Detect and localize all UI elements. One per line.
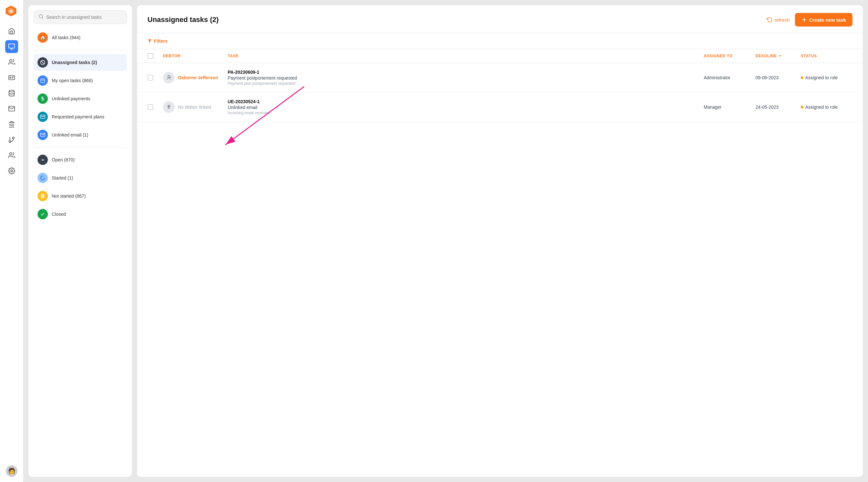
create-task-label: Create new task — [809, 17, 846, 23]
sidebar-divider-1 — [34, 50, 127, 50]
my-open-label: My open tasks (866) — [52, 78, 93, 83]
create-task-button[interactable]: Create new task — [795, 13, 852, 27]
task-table: DEBTOR TASK ASSIGNED TO DEADLINE STATUS — [137, 49, 863, 477]
unlinked-email-label: Unlinked email (1) — [52, 132, 88, 138]
col-assigned: ASSIGNED TO — [704, 53, 755, 59]
table-row: No debtor linked UE-20230524-1 Unlinked … — [137, 92, 863, 122]
nav-team[interactable] — [5, 149, 18, 162]
sidebar-item-my-open[interactable]: My open tasks (866) — [34, 72, 127, 89]
svg-point-18 — [9, 141, 11, 143]
requested-plans-label: Requested payment plans — [52, 114, 104, 119]
nav-git-branch[interactable] — [5, 133, 18, 146]
filters-row: Filters — [137, 33, 863, 49]
row2-status-dot — [801, 106, 803, 109]
col-task: TASK — [228, 53, 704, 59]
svg-marker-15 — [9, 121, 14, 123]
started-status-icon — [37, 173, 48, 183]
row1-assigned-cell: Administrator — [704, 75, 755, 80]
row1-task-id: PA-20230609-1 — [228, 69, 704, 75]
nav-home[interactable] — [5, 25, 18, 37]
search-input[interactable] — [46, 14, 122, 20]
unassigned-label: Unassigned tasks (2) — [52, 60, 97, 65]
sidebar-item-all-tasks[interactable]: 🏠 All tasks (944) — [34, 29, 127, 46]
app-logo[interactable] — [5, 5, 18, 18]
all-tasks-icon: 🏠 — [37, 32, 48, 43]
started-label: Started (1) — [52, 175, 73, 181]
row2-debtor-name: No debtor linked — [178, 104, 211, 110]
sidebar-item-unassigned[interactable]: Unassigned tasks (2) — [34, 54, 127, 71]
not-started-label: Not started (867) — [52, 193, 86, 199]
sidebar-item-unlinked-payments[interactable]: Unlinked payments — [34, 90, 127, 107]
row1-debtor-avatar — [163, 72, 175, 84]
left-navigation: 🧑 — [0, 0, 23, 482]
unlinked-payments-icon — [37, 93, 48, 104]
row2-checkbox[interactable] — [148, 104, 153, 110]
col-checkbox — [148, 53, 163, 59]
row1-checkbox[interactable] — [148, 75, 153, 81]
svg-marker-35 — [779, 55, 781, 57]
refresh-button[interactable]: refresh — [767, 17, 790, 23]
nav-settings[interactable] — [5, 164, 18, 177]
status-col-label: STATUS — [801, 54, 817, 58]
filters-button[interactable]: Filters — [148, 38, 167, 44]
row2-status-cell: Assigned to role — [801, 104, 852, 110]
row1-debtor-name[interactable]: Osborne Jefferson — [178, 75, 218, 80]
row2-checkbox-cell — [148, 104, 163, 110]
sidebar-item-closed[interactable]: Closed — [34, 206, 127, 222]
search-icon — [38, 14, 44, 20]
task-panel: Unassigned tasks (2) refresh Create new … — [137, 5, 863, 477]
row2-task-name: Unlinked email — [228, 105, 704, 110]
col-status: STATUS — [801, 53, 852, 59]
sidebar-panel: 🏠 All tasks (944) Unassigned tasks (2) M… — [28, 5, 132, 477]
nav-bank[interactable] — [5, 118, 18, 131]
nav-id-card[interactable] — [5, 71, 18, 84]
my-open-icon — [37, 76, 48, 86]
svg-point-36 — [168, 76, 170, 77]
open-label: Open (870) — [52, 157, 75, 162]
nav-database[interactable] — [5, 87, 18, 100]
svg-point-8 — [10, 77, 11, 78]
svg-line-24 — [41, 61, 44, 64]
row2-debtor-cell: No debtor linked — [163, 101, 228, 113]
row2-assigned-cell: Manager — [704, 104, 755, 110]
svg-point-6 — [9, 60, 12, 62]
closed-status-icon — [37, 209, 48, 219]
svg-point-21 — [39, 14, 43, 18]
row2-debtor-avatar — [163, 101, 175, 113]
svg-point-20 — [11, 170, 12, 172]
svg-rect-3 — [8, 44, 14, 48]
unlinked-email-icon — [37, 130, 48, 140]
sidebar-item-not-started[interactable]: Not started (867) — [34, 188, 127, 205]
svg-point-17 — [12, 137, 14, 139]
sidebar-item-started[interactable]: Started (1) — [34, 170, 127, 186]
svg-point-9 — [9, 90, 14, 92]
nav-mail[interactable] — [5, 102, 18, 115]
row1-status-text: Assigned to role — [805, 75, 838, 80]
row1-task-sub: Payment plan postponement requested — [228, 81, 704, 86]
svg-point-19 — [9, 153, 12, 155]
row2-task-cell: UE-20230524-1 Unlinked email Incoming em… — [228, 99, 704, 115]
svg-rect-25 — [41, 79, 44, 83]
sidebar-item-requested-plans[interactable]: Requested payment plans — [34, 109, 127, 125]
table-row: Osborne Jefferson PA-20230609-1 Payment … — [137, 63, 863, 92]
open-status-icon: ••• — [37, 155, 48, 165]
sidebar-item-unlinked-email[interactable]: Unlinked email (1) — [34, 126, 127, 143]
row1-task-name: Payment postponement requested — [228, 76, 704, 81]
task-panel-title: Unassigned tasks (2) — [148, 16, 219, 24]
row1-checkbox-cell — [148, 75, 163, 81]
unlinked-payments-label: Unlinked payments — [52, 96, 90, 101]
user-avatar[interactable]: 🧑 — [6, 465, 18, 477]
search-box[interactable] — [34, 10, 127, 24]
task-col-label: TASK — [228, 54, 239, 58]
closed-label: Closed — [52, 212, 66, 217]
row2-task-sub: Incoming email received — [228, 111, 704, 115]
assigned-col-label: ASSIGNED TO — [704, 54, 733, 58]
select-all-checkbox[interactable] — [148, 53, 153, 59]
nav-tasks[interactable] — [5, 40, 18, 53]
nav-contacts[interactable] — [5, 56, 18, 68]
row1-status-dot — [801, 76, 803, 79]
not-started-status-icon — [37, 191, 48, 201]
debtor-col-label: DEBTOR — [163, 54, 181, 58]
sidebar-item-open[interactable]: ••• Open (870) — [34, 151, 127, 168]
header-actions: refresh Create new task — [767, 13, 852, 27]
